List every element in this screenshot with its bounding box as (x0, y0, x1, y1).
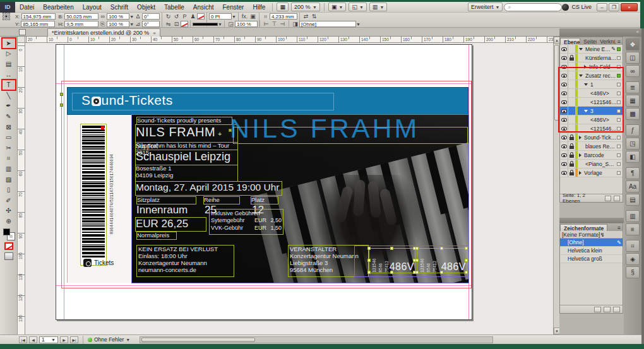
visibility-toggle[interactable] (560, 107, 568, 115)
selection-handle[interactable] (465, 271, 468, 274)
minimize-button[interactable]: – (597, 3, 607, 11)
menu-schrift[interactable]: Schrift (106, 2, 133, 13)
layer-row[interactable]: 1 (560, 80, 623, 89)
scissors-tool[interactable]: ✂ (2, 143, 16, 153)
close-button[interactable]: × (621, 3, 638, 11)
tab-verknuepfungen[interactable]: Verknüpfi (597, 38, 616, 45)
document-page[interactable]: S und-Tickets 8964441464074/521147431561… (56, 44, 472, 320)
layer-row[interactable]: Meine Ebene✎ (560, 45, 623, 54)
visibility-toggle[interactable] (560, 98, 568, 106)
dock-header[interactable]: « (559, 28, 641, 37)
visibility-toggle[interactable] (560, 124, 568, 133)
flip-horizontal-icon[interactable]: ⇄ (302, 13, 310, 20)
selection-square[interactable] (617, 92, 621, 95)
selection-square[interactable] (617, 56, 621, 60)
search-input[interactable]: ⌕ (504, 3, 562, 11)
lock-toggle[interactable] (568, 54, 576, 62)
visibility-toggle[interactable] (560, 89, 568, 97)
ticket-artwork[interactable]: S und-Tickets 8964441464074/521147431561… (67, 87, 468, 283)
apply-none-swatch[interactable] (4, 242, 13, 250)
swatches-panel-icon[interactable]: ▦ (626, 95, 640, 107)
selection-square[interactable] (617, 136, 621, 139)
pen-tool[interactable]: ✒ (2, 101, 16, 112)
visibility-toggle[interactable] (560, 142, 568, 150)
visibility-toggle[interactable] (560, 62, 568, 71)
lock-toggle[interactable] (568, 133, 576, 141)
composer-icon[interactable]: P (181, 13, 189, 20)
stroke-weight-field[interactable]: 0 Pt (209, 13, 232, 20)
text-wrap-panel-icon[interactable]: ◧ (626, 151, 640, 163)
layer-row[interactable]: Sound-Tickets (560, 133, 623, 142)
gap-tool[interactable]: ↔ (2, 69, 16, 80)
lock-toggle[interactable] (568, 107, 576, 115)
align-panel-icon[interactable]: ≡ (626, 223, 640, 235)
rotate-cw-icon[interactable]: ↻ (164, 13, 172, 20)
text-frame-venue[interactable]: Schauspiel Leipzig (135, 150, 238, 165)
menu-bearbeiten[interactable]: Bearbeiten (39, 2, 78, 13)
object-style-dropdown[interactable]: [Ohne] (299, 21, 356, 27)
layer-row[interactable]: Zusatz rechts unten (560, 71, 623, 80)
menu-layout[interactable]: Layout (78, 2, 106, 13)
new-layer-button[interactable] (605, 196, 611, 201)
gradient-feather-tool[interactable]: ▨ (2, 174, 16, 185)
rectangle-frame-tool[interactable]: ⊠ (2, 122, 16, 133)
lock-toggle[interactable] (568, 89, 576, 97)
direct-selection-tool[interactable]: ▷ (2, 49, 16, 59)
paragraph-panel-icon[interactable]: ¶ (626, 167, 640, 179)
layer-row[interactable]: <121546854675412> (560, 98, 623, 107)
opacity-field[interactable]: 100 % (235, 21, 258, 27)
page-number-dropdown[interactable]: 1 ▼ (39, 336, 58, 343)
bridge-button[interactable]: ▦ (277, 3, 289, 11)
workspace-switcher[interactable]: Erweitert ▼ (468, 3, 503, 11)
voltage-group-2[interactable]: 121546 8546 75412 486V (417, 248, 467, 273)
rotation-angle-field[interactable]: 0° (142, 13, 160, 20)
anchor-handle[interactable] (60, 104, 63, 107)
selection-handle[interactable] (415, 247, 419, 250)
eyedropper-tool[interactable]: ✐ (2, 195, 16, 206)
gradient-tool[interactable]: ▥ (2, 163, 16, 174)
character-panel-icon[interactable]: Aa (626, 180, 640, 192)
selection-handle[interactable] (440, 247, 443, 250)
pages-panel-icon[interactable]: ◫ (626, 52, 640, 64)
lock-toggle[interactable] (568, 80, 576, 88)
expander-icon[interactable] (584, 110, 588, 112)
visibility-toggle[interactable] (560, 151, 568, 159)
delete-layer-button[interactable] (614, 196, 620, 201)
selection-handle[interactable] (390, 271, 393, 274)
pathfinder-panel-icon[interactable]: ◈ (626, 253, 640, 265)
lock-toggle[interactable] (568, 71, 576, 80)
panel-dock-icon[interactable] (19, 29, 26, 35)
layer-row[interactable]: 3 (560, 107, 623, 115)
selection-square[interactable] (617, 145, 621, 148)
piano-photo-frame[interactable]: Sound-Tickets proudly presents NILS FRAH… (132, 115, 468, 283)
drop-shadow-icon[interactable]: ▣ (249, 13, 257, 20)
selection-handle[interactable] (415, 271, 419, 274)
align-left-icon[interactable]: ⊢ (262, 21, 270, 28)
layer-row[interactable]: <Piano_SW.tif> (560, 160, 623, 169)
object-styles-panel-icon[interactable]: ◳ (626, 138, 640, 150)
vertical-ruler[interactable]: 0102030405060708090100110120130 (18, 43, 25, 334)
document-canvas[interactable]: 2010010203040506070809010011012013014015… (18, 37, 553, 334)
visibility-toggle[interactable] (560, 115, 568, 124)
shear-angle-field[interactable]: 0° (142, 21, 160, 27)
layer-row[interactable]: <486V> (560, 89, 623, 98)
layer-row[interactable]: <486V> (560, 115, 623, 124)
lock-toggle[interactable] (568, 45, 576, 53)
selection-handle[interactable] (465, 259, 468, 262)
text-frame-price[interactable]: EUR 26,25 (135, 217, 206, 232)
align-right-icon[interactable]: ⊣ (278, 21, 287, 28)
effects-panel-icon[interactable]: ƒ (626, 124, 640, 136)
first-page-button[interactable]: |◀ (19, 336, 27, 343)
scale-x-field[interactable]: 100 % (107, 13, 129, 20)
effects-icon[interactable]: fx. (241, 13, 249, 20)
page-tool[interactable]: ▤ (2, 59, 16, 69)
text-frame-price-note[interactable]: Normalpreis (136, 232, 177, 240)
character-style-row[interactable]: Helvetica groß (560, 255, 623, 263)
character-style-row[interactable]: [Ohne]✎ (560, 239, 623, 247)
links-panel-icon[interactable]: ∞ (626, 65, 640, 77)
pencil-tool[interactable]: ✎ (2, 111, 16, 122)
collapse-panels-icon[interactable]: « (636, 29, 639, 35)
fill-swatch[interactable] (3, 228, 10, 235)
visibility-toggle[interactable] (560, 169, 568, 177)
selection-handle[interactable] (440, 271, 443, 274)
